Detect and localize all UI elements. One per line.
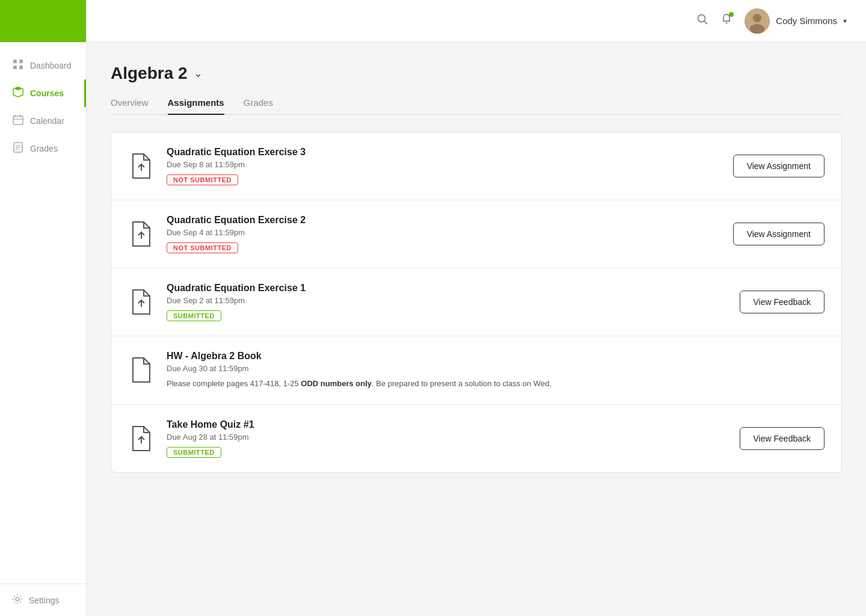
search-icon[interactable] [696, 13, 708, 28]
svg-rect-4 [13, 116, 23, 125]
sidebar-item-label: Grades [30, 144, 58, 153]
tab-grades[interactable]: Grades [244, 97, 273, 115]
view-feedback-button[interactable]: View Feedback [740, 291, 825, 313]
assignment-row: Quadratic Equation Exercise 3 Due Sep 8 … [111, 132, 841, 200]
assignment-title: Take Home Quiz #1 [167, 419, 728, 430]
sidebar-item-label: Courses [30, 88, 64, 98]
svg-point-17 [753, 14, 761, 22]
assignment-description: Please complete pages 417-418, 1-25 ODD … [167, 378, 825, 390]
assignment-info: Quadratic Equation Exercise 1 Due Sep 2 … [167, 283, 728, 321]
svg-rect-0 [13, 60, 17, 63]
user-menu[interactable]: Cody Simmons ▾ [745, 8, 847, 34]
svg-point-13 [698, 15, 705, 22]
user-chevron: ▾ [843, 17, 847, 25]
assignments-list: Quadratic Equation Exercise 3 Due Sep 8 … [111, 132, 842, 473]
assignment-due: Due Aug 28 at 11:59pm [167, 433, 728, 442]
file-document-icon [128, 357, 155, 383]
assignment-info: HW - Algebra 2 Book Due Aug 30 at 11:59p… [167, 351, 825, 390]
assignment-title: HW - Algebra 2 Book [167, 351, 825, 362]
settings-label: Settings [29, 596, 60, 605]
sidebar-item-label: Calendar [30, 116, 64, 126]
page-title: Algebra 2 [111, 64, 188, 83]
sidebar-item-courses[interactable]: Courses [0, 79, 86, 107]
assignment-row: HW - Algebra 2 Book Due Aug 30 at 11:59p… [111, 336, 841, 405]
sidebar-item-calendar[interactable]: Calendar [0, 107, 86, 135]
tabs: Overview Assignments Grades [111, 97, 842, 115]
view-feedback-button[interactable]: View Feedback [740, 427, 825, 450]
main-area: Cody Simmons ▾ Algebra 2 ⌄ Overview Assi… [87, 0, 866, 616]
sidebar-bottom: Settings [0, 584, 86, 616]
svg-line-14 [704, 21, 707, 24]
tab-assignments[interactable]: Assignments [168, 97, 224, 115]
calendar-icon [12, 114, 24, 128]
svg-point-18 [750, 24, 764, 34]
assignment-title: Quadratic Equation Exercise 3 [167, 147, 721, 158]
avatar [745, 8, 770, 34]
page-title-chevron[interactable]: ⌄ [194, 67, 203, 80]
page-title-row: Algebra 2 ⌄ [111, 64, 842, 83]
assignment-due: Due Aug 30 at 11:59pm [167, 364, 825, 373]
assignment-info: Quadratic Equation Exercise 2 Due Sep 4 … [167, 215, 721, 253]
assignment-due: Due Sep 8 at 11:59pm [167, 160, 721, 169]
assignment-title: Quadratic Equation Exercise 1 [167, 283, 728, 294]
user-name: Cody Simmons [776, 16, 837, 26]
assignment-title: Quadratic Equation Exercise 2 [167, 215, 721, 226]
status-badge: SUBMITTED [167, 310, 221, 321]
sidebar-item-dashboard[interactable]: Dashboard [0, 52, 86, 79]
notification-dot [729, 12, 734, 17]
status-badge: NOT SUBMITTED [167, 242, 238, 253]
view-assignment-button[interactable]: View Assignment [733, 223, 825, 245]
status-badge: NOT SUBMITTED [167, 174, 238, 185]
assignment-due: Due Sep 2 at 11:59pm [167, 296, 728, 305]
sidebar-logo [0, 0, 86, 42]
courses-icon [12, 87, 24, 100]
assignment-info: Take Home Quiz #1 Due Aug 28 at 11:59pm … [167, 419, 728, 458]
assignment-row: Quadratic Equation Exercise 2 Due Sep 4 … [111, 200, 841, 268]
sidebar-item-label: Dashboard [30, 61, 72, 70]
grades-icon [12, 142, 24, 155]
settings-item[interactable]: Settings [12, 594, 74, 606]
svg-point-12 [16, 597, 19, 601]
svg-rect-3 [19, 66, 23, 69]
tab-overview[interactable]: Overview [111, 97, 149, 115]
settings-icon [12, 594, 23, 606]
assignment-info: Quadratic Equation Exercise 3 Due Sep 8 … [167, 147, 721, 185]
dashboard-icon [12, 59, 24, 72]
view-assignment-button[interactable]: View Assignment [733, 155, 825, 177]
assignment-row: Quadratic Equation Exercise 1 Due Sep 2 … [111, 268, 841, 336]
file-upload-icon [128, 425, 155, 452]
topbar: Cody Simmons ▾ [87, 0, 866, 42]
assignment-due: Due Sep 4 at 11:59pm [167, 228, 721, 237]
file-upload-icon [128, 289, 155, 315]
assignment-row: Take Home Quiz #1 Due Aug 28 at 11:59pm … [111, 405, 841, 472]
notification-icon[interactable] [720, 13, 732, 28]
content-area: Algebra 2 ⌄ Overview Assignments Grades [87, 42, 866, 616]
sidebar-item-grades[interactable]: Grades [0, 135, 86, 162]
status-badge: SUBMITTED [167, 447, 221, 458]
svg-rect-1 [19, 60, 23, 63]
sidebar: Dashboard Courses Calendar [0, 0, 87, 616]
file-upload-icon [128, 221, 155, 247]
sidebar-nav: Dashboard Courses Calendar [0, 42, 86, 584]
svg-rect-2 [13, 66, 17, 69]
file-upload-icon [128, 153, 155, 179]
